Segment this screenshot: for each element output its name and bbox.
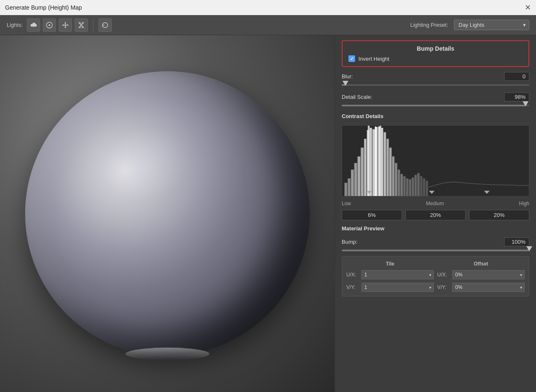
- sphere-container: [25, 71, 310, 356]
- svg-rect-28: [417, 173, 420, 196]
- contrast-details-title: Contrast Details: [342, 113, 529, 119]
- svg-rect-9: [364, 139, 366, 196]
- bump-slider-fill: [342, 250, 529, 251]
- bump-slider-label: Bump:: [342, 239, 358, 245]
- orbit-icon-button[interactable]: [43, 18, 56, 32]
- svg-rect-29: [420, 176, 423, 196]
- bump-slider-header: Bump: 100%: [342, 237, 529, 246]
- contrast-values-row: 6% 20% 20%: [342, 210, 529, 220]
- tile-ux-select[interactable]: 1 2 4 8: [361, 270, 434, 279]
- blur-header: Blur: 0: [342, 72, 529, 81]
- detail-scale-header: Detail Scale: 98%: [342, 93, 529, 101]
- svg-rect-26: [412, 178, 414, 196]
- title-bar: Generate Bump (Height) Map ✕: [0, 0, 536, 15]
- detail-scale-slider-track[interactable]: [342, 105, 529, 106]
- material-preview-section: Material Preview Bump: 100%: [342, 225, 529, 297]
- main-content: Bump Details Invert Height Blur: 0: [0, 35, 536, 392]
- orbit-icon: [46, 21, 53, 29]
- svg-rect-5: [351, 170, 354, 196]
- svg-rect-34: [379, 126, 381, 196]
- svg-rect-17: [387, 139, 389, 196]
- tile-vy-select[interactable]: 1 2 4 8: [361, 283, 434, 292]
- tile-ux-label: U/X:: [346, 272, 359, 278]
- offset-title: Offset: [437, 261, 525, 267]
- histogram-labels: Low Medium High: [342, 201, 529, 206]
- tile-vy-select-wrapper: 1 2 4 8: [361, 283, 434, 292]
- offset-vy-label: V/Y:: [437, 284, 450, 290]
- svg-rect-11: [370, 128, 372, 196]
- offset-ux-row: U/X: 0% 25% 50% 75%: [437, 270, 525, 279]
- histogram-label-medium: Medium: [426, 201, 444, 206]
- bump-slider-track[interactable]: [342, 250, 529, 251]
- invert-height-row: Invert Height: [348, 55, 523, 62]
- tile-offset-grid: Tile U/X: 1 2 4 8: [342, 256, 529, 297]
- contrast-value-medium[interactable]: 20%: [405, 210, 466, 220]
- detail-scale-slider-thumb[interactable]: [523, 101, 528, 106]
- preview-area: [0, 35, 335, 392]
- tile-vy-label: V/Y:: [346, 284, 359, 290]
- svg-rect-20: [395, 163, 397, 196]
- contrast-details-section: Contrast Details: [342, 113, 529, 220]
- offset-ux-label: U/X:: [437, 272, 450, 278]
- lights-label: Lights:: [7, 22, 23, 28]
- svg-rect-24: [406, 178, 409, 196]
- svg-rect-4: [348, 178, 350, 196]
- tile-vy-row: V/Y: 1 2 4 8: [346, 283, 434, 292]
- svg-rect-16: [384, 132, 386, 196]
- move-icon: [62, 21, 69, 29]
- detail-scale-value[interactable]: 98%: [504, 93, 529, 101]
- invert-height-label: Invert Height: [358, 56, 389, 62]
- offset-vy-row: V/Y: 0% 25% 50% 75%: [437, 283, 525, 292]
- right-panel: Bump Details Invert Height Blur: 0: [335, 35, 536, 392]
- reset-icon: [101, 21, 109, 29]
- tile-column: Tile U/X: 1 2 4 8: [346, 261, 434, 292]
- toolbar: Lights:: [0, 15, 536, 35]
- toolbar-separator: [93, 19, 93, 31]
- svg-point-1: [49, 24, 50, 26]
- svg-rect-7: [358, 157, 361, 196]
- svg-rect-6: [354, 163, 357, 196]
- blur-row: Blur: 0: [342, 72, 529, 88]
- main-window: Generate Bump (Height) Map ✕ Lights:: [0, 0, 536, 392]
- detail-scale-row: Detail Scale: 98%: [342, 93, 529, 108]
- histogram-label-low: Low: [342, 201, 351, 206]
- offset-vy-select-wrapper: 0% 25% 50% 75%: [452, 283, 525, 292]
- svg-rect-23: [403, 176, 406, 196]
- blur-slider-thumb[interactable]: [343, 81, 348, 86]
- cloud-icon-button[interactable]: [27, 18, 40, 32]
- svg-rect-30: [423, 178, 425, 196]
- sphere-base: [126, 348, 209, 360]
- blur-value[interactable]: 0: [504, 72, 529, 81]
- histogram-container: [342, 125, 529, 196]
- blur-label: Blur:: [342, 73, 353, 80]
- svg-rect-31: [426, 181, 428, 196]
- bump-details-title: Bump Details: [348, 45, 523, 52]
- lighting-preset-wrapper: Day Lights Studio Night Outdoor: [454, 20, 529, 30]
- contrast-value-low[interactable]: 6%: [342, 210, 402, 220]
- bump-slider-value[interactable]: 100%: [504, 237, 529, 246]
- blur-slider-track[interactable]: [342, 84, 529, 86]
- window-title: Generate Bump (Height) Map: [5, 4, 82, 11]
- histogram-label-high: High: [519, 201, 529, 206]
- svg-rect-27: [415, 175, 417, 196]
- histogram-svg: [342, 126, 529, 196]
- close-button[interactable]: ✕: [525, 4, 531, 11]
- material-preview-title: Material Preview: [342, 225, 529, 232]
- move-icon-button[interactable]: [59, 18, 72, 32]
- offset-column: Offset U/X: 0% 25% 50% 75%: [437, 261, 525, 292]
- svg-rect-12: [372, 129, 375, 196]
- invert-height-checkbox[interactable]: [348, 55, 355, 62]
- contrast-value-high[interactable]: 20%: [469, 210, 529, 220]
- offset-vy-select[interactable]: 0% 25% 50% 75%: [452, 283, 525, 292]
- svg-rect-19: [392, 157, 394, 196]
- reset-icon-button[interactable]: [98, 18, 112, 32]
- lighting-preset-label: Lighting Preset:: [410, 22, 448, 28]
- tile-ux-row: U/X: 1 2 4 8: [346, 270, 434, 279]
- svg-rect-32: [368, 126, 369, 196]
- lighting-preset-select[interactable]: Day Lights Studio Night Outdoor: [454, 20, 529, 30]
- offset-ux-select[interactable]: 0% 25% 50% 75%: [452, 270, 525, 279]
- pan-icon-button[interactable]: [75, 18, 88, 32]
- bump-slider-thumb[interactable]: [526, 246, 532, 251]
- svg-rect-8: [361, 148, 364, 196]
- bump-details-box: Bump Details Invert Height: [342, 40, 529, 67]
